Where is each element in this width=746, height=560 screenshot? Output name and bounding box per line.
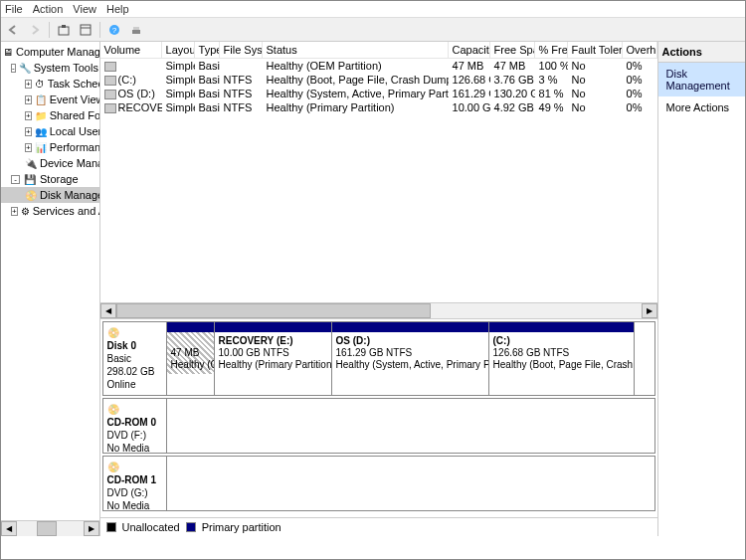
cell: No	[568, 59, 623, 73]
cell: 0%	[623, 73, 657, 87]
tree-system-tools[interactable]: -🔧System Tools	[1, 60, 99, 76]
forward-button[interactable]	[25, 21, 45, 39]
col-pctfree[interactable]: % Free	[535, 42, 568, 58]
scroll-right-icon[interactable]: ▶	[84, 521, 99, 536]
cell: Healthy (System, Active, Primary Partiti…	[263, 87, 449, 100]
partition[interactable]: OS (D:)161.29 GB NTFSHealthy (System, Ac…	[332, 322, 489, 395]
menu-view[interactable]: View	[73, 3, 96, 15]
scroll-left-icon[interactable]: ◀	[1, 521, 17, 536]
partition[interactable]: (C:)126.68 GB NTFSHealthy (Boot, Page Fi…	[489, 322, 635, 395]
expand-icon[interactable]: +	[25, 111, 32, 120]
partition-header	[332, 322, 488, 332]
collapse-icon[interactable]: -	[11, 64, 16, 73]
separator	[49, 22, 50, 38]
tree-task-scheduler[interactable]: +⏱Task Scheduler	[1, 76, 99, 92]
partition[interactable]: RECOVERY (E:)10.00 GB NTFSHealthy (Prima…	[215, 322, 332, 395]
scrollbar-thumb[interactable]	[37, 521, 57, 536]
drive-icon	[104, 62, 116, 72]
device-icon: 🔌	[25, 156, 37, 170]
navigation-tree: 🖥Computer Management (Local -🔧System Too…	[1, 42, 100, 536]
disk-info[interactable]: 📀CD-ROM 0DVD (F:)No Media	[103, 399, 167, 453]
settings-button[interactable]	[126, 21, 146, 39]
help-button[interactable]: ?	[104, 21, 124, 39]
col-fault[interactable]: Fault Tolerance	[568, 42, 623, 58]
action-disk-management[interactable]: Disk Management	[658, 63, 745, 96]
partition-header	[215, 322, 331, 332]
tree-device-manager[interactable]: 🔌Device Manager	[1, 155, 99, 171]
tree-storage[interactable]: -💾Storage	[1, 171, 99, 187]
cell: 4.92 GB	[490, 100, 535, 114]
volume-scrollbar[interactable]: ◀ ▶	[100, 302, 657, 318]
tree-shared-folders[interactable]: +📁Shared Folders	[1, 107, 99, 123]
disk-info[interactable]: 📀Disk 0Basic298.02 GBOnline	[103, 322, 167, 395]
col-filesystem[interactable]: File System	[220, 42, 263, 58]
col-status[interactable]: Status	[263, 42, 449, 58]
cell: NTFS	[220, 87, 263, 100]
scrollbar-thumb[interactable]	[116, 303, 432, 318]
volume-row[interactable]: (C:)SimpleBasicNTFSHealthy (Boot, Page F…	[100, 73, 657, 87]
cell: 100 %	[535, 59, 568, 73]
collapse-icon[interactable]: -	[11, 175, 20, 184]
scroll-right-icon[interactable]: ▶	[642, 303, 657, 318]
expand-icon[interactable]: +	[25, 143, 32, 152]
col-overhead[interactable]: Overhea	[623, 42, 657, 58]
disk-row: 📀Disk 0Basic298.02 GBOnline47 MBHealthy …	[102, 321, 655, 396]
partition-body: OS (D:)161.29 GB NTFSHealthy (System, Ac…	[332, 332, 488, 374]
menu-help[interactable]: Help	[106, 3, 129, 15]
cell: Simple	[162, 87, 195, 100]
tree-local-users[interactable]: +👥Local Users and Groups	[1, 123, 99, 139]
expand-icon[interactable]: +	[25, 80, 32, 89]
tree-services[interactable]: +⚙Services and Applications	[1, 203, 99, 219]
cell: 81 %	[535, 87, 568, 100]
cell: Basic	[195, 73, 220, 87]
action-more[interactable]: More Actions	[658, 96, 745, 118]
tree-disk-management[interactable]: 📀Disk Management	[1, 187, 99, 203]
cell: Basic	[195, 59, 220, 73]
cell: 3 %	[535, 73, 568, 87]
disk-info[interactable]: 📀CD-ROM 1DVD (G:)No Media	[103, 457, 167, 510]
perf-icon: 📊	[35, 140, 47, 154]
col-capacity[interactable]: Capacity	[449, 42, 490, 58]
menu-action[interactable]: Action	[33, 3, 64, 15]
back-button[interactable]	[3, 21, 23, 39]
legend-unallocated: Unallocated	[122, 521, 180, 533]
cell: Simple	[162, 59, 195, 73]
users-icon: 👥	[35, 124, 47, 138]
cell: 10.00 GB	[449, 100, 490, 114]
col-layout[interactable]: Layout	[162, 42, 195, 58]
menu-file[interactable]: File	[5, 3, 23, 15]
view-button[interactable]	[76, 21, 95, 39]
menu-bar: File Action View Help	[1, 1, 745, 18]
volume-row[interactable]: SimpleBasicHealthy (OEM Partition)47 MB4…	[100, 59, 657, 73]
drive-icon	[104, 76, 116, 86]
legend-primary: Primary partition	[202, 521, 281, 533]
cell: OS (D:)	[100, 87, 162, 100]
cell: 0%	[623, 100, 657, 114]
col-freespace[interactable]: Free Space	[490, 42, 535, 58]
cell: No	[568, 73, 623, 87]
partition-header	[489, 322, 634, 332]
disk-icon: 📀	[107, 462, 119, 472]
tree-event-viewer[interactable]: +📋Event Viewer	[1, 92, 99, 107]
drive-icon	[104, 103, 116, 113]
scroll-left-icon[interactable]: ◀	[100, 303, 116, 318]
partition[interactable]: 47 MBHealthy (OEI	[167, 322, 215, 395]
volume-row[interactable]: RECOVERY (E:)SimpleBasicNTFSHealthy (Pri…	[100, 100, 657, 114]
tree-performance[interactable]: +📊Performance	[1, 139, 99, 155]
volume-row[interactable]: OS (D:)SimpleBasicNTFSHealthy (System, A…	[100, 87, 657, 100]
cell: 3.76 GB	[490, 73, 535, 87]
cell: NTFS	[220, 73, 263, 87]
cell: (C:)	[100, 73, 162, 87]
expand-icon[interactable]: +	[11, 207, 18, 216]
col-type[interactable]: Type	[195, 42, 220, 58]
expand-icon[interactable]: +	[25, 95, 32, 104]
tools-icon: 🔧	[19, 61, 31, 75]
expand-icon[interactable]: +	[25, 127, 32, 136]
cell: Healthy (OEM Partition)	[263, 59, 449, 73]
col-volume[interactable]: Volume	[100, 42, 162, 58]
cell: 126.68 GB	[449, 73, 490, 87]
cell: Healthy (Boot, Page File, Crash Dump, Pr…	[263, 73, 449, 87]
tree-scrollbar[interactable]: ◀ ▶	[1, 520, 99, 536]
tree-root[interactable]: 🖥Computer Management (Local	[1, 44, 99, 60]
refresh-button[interactable]	[54, 21, 74, 39]
